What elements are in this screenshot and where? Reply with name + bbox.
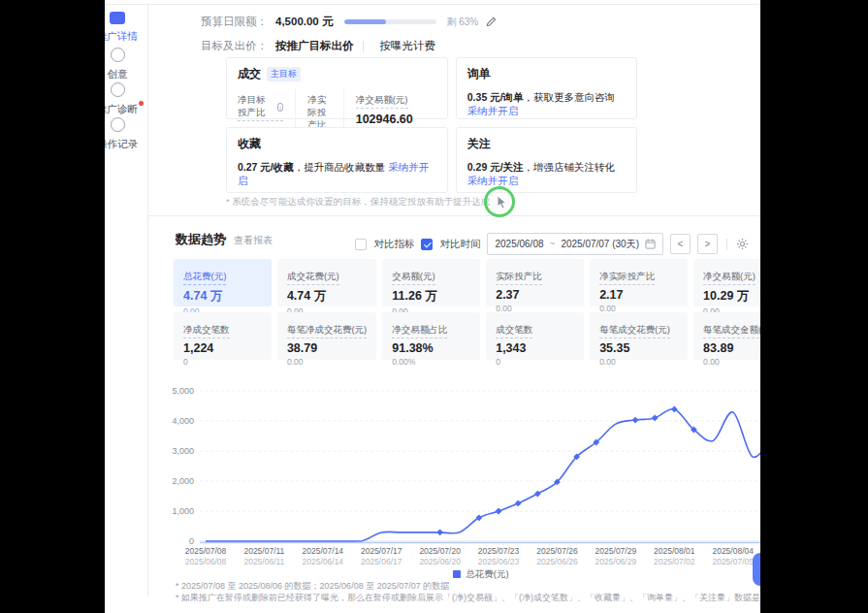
metric-card-3[interactable]: 实际投产比2.370.00 — [486, 259, 584, 306]
notification-dot — [139, 101, 144, 106]
sidebar-item-label: 操作记录 — [105, 138, 145, 151]
metric-value: 2.37 — [496, 288, 574, 302]
compare-time-checkbox[interactable] — [421, 239, 433, 250]
metric-label: 净交易额(元) — [703, 271, 755, 285]
budget-slider[interactable] — [344, 19, 436, 24]
sidebar-item-label: 推广详情 — [105, 30, 145, 44]
metric-value: 4.74 万 — [183, 288, 262, 305]
metric-compare-value: 0.00 — [287, 357, 367, 367]
goal-stat-label: 净目标投产比i — [238, 94, 283, 121]
metric-value: 2.17 — [599, 288, 678, 302]
settings-gear-icon[interactable] — [736, 238, 749, 250]
metric-label: 成交花费(元) — [287, 271, 339, 285]
goal-card-0: 询单0.35 元/询单，获取更多意向咨询 采纳并开启 — [456, 57, 637, 119]
controls-divider — [726, 239, 727, 250]
budget-slider-fill — [344, 19, 386, 24]
legend-swatch — [453, 570, 461, 578]
goal-card-title: 成交 — [238, 66, 261, 82]
metric-compare-value: 0 — [183, 357, 262, 367]
svg-text:2025/07/11: 2025/07/11 — [243, 546, 284, 556]
app-window: 推广详情创意推广诊断操作记录 预算日限额： 4,500.00 元 剩 63% 目… — [105, 0, 760, 613]
metric-compare-value: 0.00 — [599, 357, 678, 367]
budget-row: 预算日限额： 4,500.00 元 剩 63% — [201, 15, 497, 29]
metric-value: 1,224 — [183, 341, 262, 355]
metric-compare-value: 0.00% — [392, 357, 470, 367]
svg-text:0: 0 — [189, 536, 194, 546]
goal-card-title: 收藏 — [238, 136, 261, 152]
goal-footnote: * 系统会尽可能达成你设置的目标，保持稳定投放有助于提升达成 — [226, 196, 490, 209]
metric-card-1[interactable]: 成交花费(元)4.74 万0.00 — [277, 259, 376, 306]
metric-card-8[interactable]: 净交易额占比91.38%0.00% — [382, 312, 480, 360]
goal-stat-label: 净交易额(元) — [356, 94, 408, 109]
svg-text:2025/07/02: 2025/07/02 — [654, 557, 695, 566]
sidebar-item-label: 创意 — [105, 68, 145, 81]
tab-bid-by-goal[interactable]: 按推广目标出价 — [275, 39, 354, 53]
side-nav: 推广详情创意推广诊断操作记录 — [105, 5, 148, 597]
compare-metric-checkbox[interactable] — [355, 239, 367, 250]
sidebar-item-2[interactable]: 推广诊断 — [105, 82, 145, 116]
metric-compare-value: 0.00 — [703, 357, 760, 367]
info-icon[interactable]: i — [277, 103, 284, 112]
metric-card-5[interactable]: 净交易额(元)10.29 万0.00 — [693, 259, 760, 306]
primary-goal-badge: 主目标 — [267, 67, 301, 81]
metric-card-11[interactable]: 每笔成交金额(元)83.890.00 — [693, 312, 760, 360]
goal-stat-value: 102946.60 — [356, 113, 413, 126]
adopt-and-enable-link[interactable]: 采纳并开启 — [467, 105, 519, 116]
view-report-link[interactable]: 查看报表 — [234, 234, 273, 247]
svg-text:2025/07/05: 2025/07/05 — [712, 557, 754, 566]
metric-value: 1,343 — [496, 341, 574, 355]
trend-chart: 01,0002,0003,0004,0005,0002025/07/082025… — [167, 378, 760, 568]
tab-bid-by-impression[interactable]: 按曝光计费 — [380, 39, 436, 53]
goal-cards: 成交主目标净目标投产比i2.45净实际投产比2.17净交易额(元)102946.… — [226, 57, 637, 193]
budget-value: 4,500.00 元 — [275, 15, 333, 29]
budget-label: 预算日限额： — [201, 15, 268, 29]
svg-text:2025/07/29: 2025/07/29 — [595, 546, 637, 556]
metric-label: 每笔成交花费(元) — [599, 324, 670, 339]
prev-period-button[interactable]: < — [670, 234, 691, 254]
main-content: 预算日限额： 4,500.00 元 剩 63% 目标及出价： 按推广目标出价 按… — [147, 5, 760, 602]
compare-time-label: 对比时间 — [439, 238, 480, 251]
metric-card-2[interactable]: 交易额(元)11.26 万0.00 — [382, 259, 480, 306]
goal-card-title: 关注 — [467, 136, 491, 152]
detail-icon — [110, 12, 125, 24]
metric-value: 10.29 万 — [703, 288, 760, 305]
metric-label: 成交笔数 — [496, 324, 532, 339]
metric-card-9[interactable]: 成交笔数1,3430 — [486, 312, 584, 360]
metric-card-0[interactable]: 总花费(元)4.74 万0.00 — [174, 259, 272, 306]
compare-metric-label: 对比指标 — [373, 238, 414, 251]
svg-text:2025/07/23: 2025/07/23 — [478, 546, 520, 556]
svg-text:2025/06/20: 2025/06/20 — [419, 557, 461, 566]
svg-text:2025/06/23: 2025/06/23 — [478, 557, 520, 566]
date-range-picker[interactable]: 2025/06/08 ~ 2025/07/07 (30天) — [487, 233, 663, 255]
sidebar-item-1[interactable]: 创意 — [105, 48, 145, 81]
metric-card-6[interactable]: 净成交笔数1,2240 — [174, 312, 272, 360]
trend-controls: 对比指标 对比时间 2025/06/08 ~ 2025/07/07 (30天) … — [355, 233, 749, 255]
metric-card-4[interactable]: 净实际投产比2.170.00 — [590, 259, 688, 306]
feedback-tab[interactable] — [753, 553, 760, 586]
metric-value: 83.89 — [703, 341, 760, 355]
suggestion-text: 0.35 元/询单，获取更多意向咨询 采纳并开启 — [467, 91, 626, 118]
date-end: 2025/07/07 (30天) — [561, 238, 639, 251]
chart-footnote-2: * 如果推广在暂停或删除前已经获得了曝光，那么在暂停或删除后展示「(净)交易额」… — [176, 592, 760, 604]
metric-label: 交易额(元) — [392, 271, 434, 285]
edit-budget-icon[interactable] — [486, 16, 497, 27]
svg-text:4,000: 4,000 — [172, 416, 194, 426]
metric-value: 35.35 — [599, 341, 678, 355]
svg-text:2025/06/11: 2025/06/11 — [243, 557, 284, 566]
metric-card-7[interactable]: 每笔净成交花费(元)38.790.00 — [277, 312, 376, 360]
tab-divider — [363, 41, 364, 51]
goal-card-title: 询单 — [467, 66, 491, 82]
svg-text:2025/06/29: 2025/06/29 — [595, 557, 637, 566]
sidebar-item-3[interactable]: 操作记录 — [105, 117, 145, 151]
metric-cards: 总花费(元)4.74 万0.00成交花费(元)4.74 万0.00交易额(元)1… — [174, 259, 760, 360]
metric-card-10[interactable]: 每笔成交花费(元)35.350.00 — [590, 312, 688, 360]
adopt-and-enable-link[interactable]: 采纳并开启 — [467, 175, 519, 186]
metric-value: 4.74 万 — [287, 288, 367, 305]
sidebar-item-label: 推广诊断 — [105, 103, 145, 116]
metric-label: 每笔净成交花费(元) — [287, 324, 367, 339]
sidebar-item-0[interactable]: 推广详情 — [105, 11, 145, 44]
metric-value: 91.38% — [392, 341, 470, 355]
goal-card-deal: 成交主目标净目标投产比i2.45净实际投产比2.17净交易额(元)102946.… — [226, 57, 448, 119]
metric-compare-value: 0 — [496, 357, 574, 367]
next-period-button[interactable]: > — [697, 234, 718, 254]
